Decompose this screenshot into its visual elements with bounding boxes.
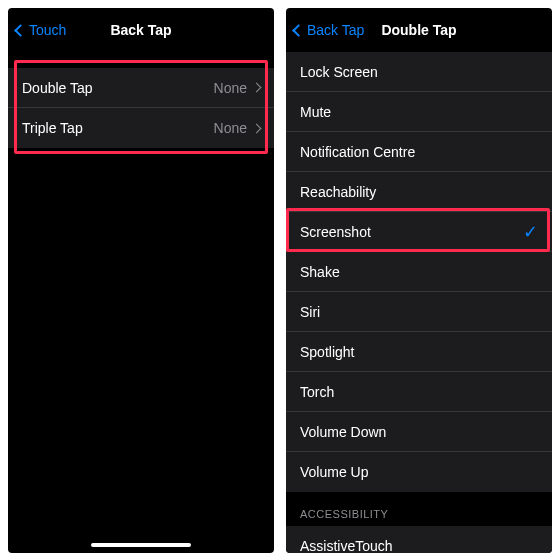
section-header-accessibility: ACCESSIBILITY <box>286 492 552 526</box>
option-siri[interactable]: Siri <box>286 292 552 332</box>
row-value: None <box>214 120 247 136</box>
chevron-right-icon <box>252 83 262 93</box>
navbar: Touch Back Tap <box>8 8 274 52</box>
row-label: Notification Centre <box>300 144 538 160</box>
row-label: Volume Down <box>300 424 538 440</box>
option-assistive-touch[interactable]: AssistiveTouch <box>286 526 552 553</box>
row-label: Screenshot <box>300 224 523 240</box>
home-indicator[interactable] <box>91 543 191 547</box>
row-label: Volume Up <box>300 464 538 480</box>
row-double-tap[interactable]: Double Tap None <box>8 68 274 108</box>
option-screenshot[interactable]: Screenshot ✓ <box>286 212 552 252</box>
navbar: Back Tap Double Tap <box>286 8 552 52</box>
option-reachability[interactable]: Reachability <box>286 172 552 212</box>
row-label: Torch <box>300 384 538 400</box>
page-title: Back Tap <box>110 22 171 38</box>
back-button[interactable]: Touch <box>16 8 66 52</box>
back-label: Touch <box>29 22 66 38</box>
row-label: Lock Screen <box>300 64 538 80</box>
option-volume-up[interactable]: Volume Up <box>286 452 552 492</box>
row-label: Mute <box>300 104 538 120</box>
back-label: Back Tap <box>307 22 364 38</box>
option-torch[interactable]: Torch <box>286 372 552 412</box>
options-list[interactable]: Lock Screen Mute Notification Centre Rea… <box>286 52 552 553</box>
row-label: Shake <box>300 264 538 280</box>
chevron-left-icon <box>292 24 305 37</box>
checkmark-icon: ✓ <box>523 223 538 241</box>
row-label: Spotlight <box>300 344 538 360</box>
row-triple-tap[interactable]: Triple Tap None <box>8 108 274 148</box>
chevron-left-icon <box>14 24 27 37</box>
option-notification-centre[interactable]: Notification Centre <box>286 132 552 172</box>
option-volume-down[interactable]: Volume Down <box>286 412 552 452</box>
back-tap-section: Double Tap None Triple Tap None <box>8 68 274 148</box>
row-label: AssistiveTouch <box>300 538 538 554</box>
option-mute[interactable]: Mute <box>286 92 552 132</box>
row-label: Siri <box>300 304 538 320</box>
page-title: Double Tap <box>381 22 456 38</box>
row-label: Double Tap <box>22 80 214 96</box>
option-spotlight[interactable]: Spotlight <box>286 332 552 372</box>
option-lock-screen[interactable]: Lock Screen <box>286 52 552 92</box>
phone-double-tap: Back Tap Double Tap Lock Screen Mute Not… <box>286 8 552 553</box>
row-value: None <box>214 80 247 96</box>
row-label: Reachability <box>300 184 538 200</box>
back-button[interactable]: Back Tap <box>294 8 364 52</box>
row-label: Triple Tap <box>22 120 214 136</box>
phone-back-tap: Touch Back Tap Double Tap None Triple Ta… <box>8 8 274 553</box>
option-shake[interactable]: Shake <box>286 252 552 292</box>
chevron-right-icon <box>252 123 262 133</box>
